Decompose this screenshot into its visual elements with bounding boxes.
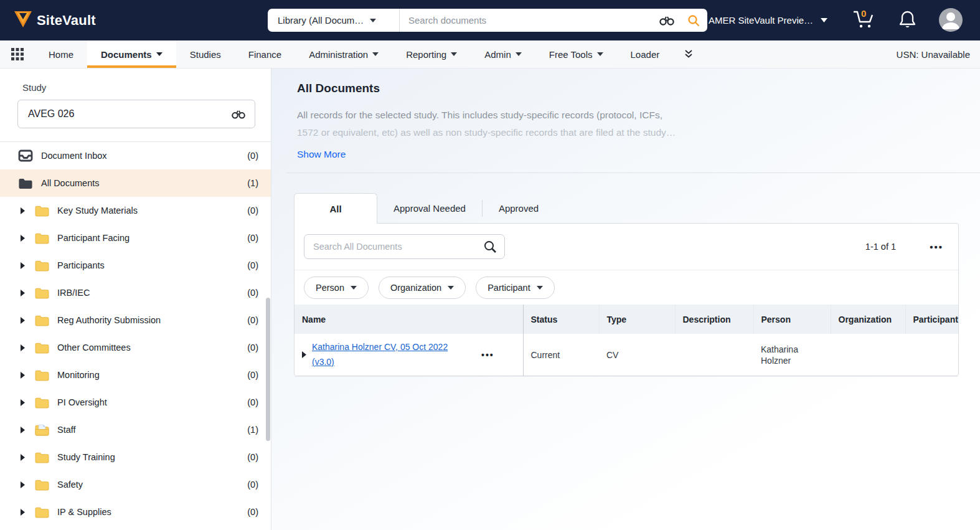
folder-count: (0) <box>247 206 258 215</box>
column-header-participant[interactable]: Participant <box>905 305 958 334</box>
chevron-right-icon[interactable] <box>19 235 26 242</box>
sidebar-folder-ip-supplies[interactable]: IP & Supplies (0) <box>0 498 271 526</box>
chevron-down-icon <box>451 52 457 56</box>
filter-person-dropdown[interactable]: Person <box>304 277 369 299</box>
study-selector-field <box>17 100 255 128</box>
sidebar-folder-key-study-materials[interactable]: Key Study Materials (0) <box>0 197 271 224</box>
column-header-type[interactable]: Type <box>599 305 675 334</box>
tab-approved[interactable]: Approved <box>483 193 555 224</box>
nav-item-free-tools[interactable]: Free Tools <box>535 40 617 68</box>
sidebar-folder-staff[interactable]: Staff (1) <box>0 416 271 443</box>
sidebar-folder-safety[interactable]: Safety (0) <box>0 471 271 498</box>
vault-selector-dropdown[interactable]: AMER SiteVault Previe… <box>709 0 837 40</box>
column-header-status[interactable]: Status <box>523 305 599 334</box>
page-description-line1: All records for the selected study. This… <box>297 110 662 121</box>
sidebar-folder-study-training[interactable]: Study Training (0) <box>0 443 271 471</box>
column-header-organization[interactable]: Organization <box>831 305 905 334</box>
sidebar-folder-monitoring[interactable]: Monitoring (0) <box>0 361 271 389</box>
chevron-down-icon <box>516 52 522 56</box>
sidebar-item-all-documents[interactable]: All Documents (1) <box>0 169 271 197</box>
chevron-right-icon[interactable] <box>19 317 26 324</box>
search-icon[interactable] <box>680 9 707 32</box>
panel-actions-menu[interactable]: ••• <box>930 242 943 252</box>
folder-count: (0) <box>247 480 258 490</box>
tab-all[interactable]: All <box>294 193 377 224</box>
sidebar-folder-pi-oversight[interactable]: PI Oversight (0) <box>0 389 271 416</box>
documents-panel: 1-1 of 1 ••• Person Organization Partici… <box>294 223 959 376</box>
filter-participant-dropdown[interactable]: Participant <box>476 277 555 299</box>
chevron-right-icon[interactable] <box>19 399 26 406</box>
chevron-right-icon[interactable] <box>19 372 26 379</box>
folder-count: (0) <box>247 343 258 353</box>
filter-label: Participant <box>488 283 530 293</box>
folder-count: (0) <box>247 397 258 407</box>
notifications-bell-icon[interactable] <box>899 10 916 32</box>
sitevault-logo[interactable]: SiteVault <box>14 0 96 40</box>
expand-row-chevron-icon[interactable] <box>302 350 307 360</box>
column-header-description[interactable]: Description <box>675 305 753 334</box>
chevron-right-icon[interactable] <box>19 481 26 488</box>
chevron-right-icon[interactable] <box>19 262 26 269</box>
folder-icon <box>34 479 49 491</box>
sidebar-scrollbar[interactable] <box>266 298 270 441</box>
nav-item-home[interactable]: Home <box>35 40 87 68</box>
sidebar-folder-participants[interactable]: Participants (0) <box>0 252 271 279</box>
nav-item-admin[interactable]: Admin <box>471 40 535 68</box>
vault-selector-value: AMER SiteVault Previe… <box>709 15 813 26</box>
chevron-right-icon[interactable] <box>19 454 26 461</box>
nav-item-documents[interactable]: Documents <box>87 40 176 68</box>
document-tree-sidebar: Study Document Inbox (0) <box>0 69 271 530</box>
search-scope-dropdown[interactable]: Library (All Docum… <box>268 9 400 32</box>
sidebar-item-label: All Documents <box>41 178 99 188</box>
document-link[interactable]: Katharina Holzner CV, 05 Oct 2022 (v3.0) <box>312 340 460 370</box>
user-avatar[interactable] <box>939 8 963 32</box>
filter-organization-dropdown[interactable]: Organization <box>379 277 466 299</box>
documents-search-input[interactable] <box>304 242 483 252</box>
folder-count: (0) <box>247 370 258 380</box>
study-field-label: Study <box>22 82 46 93</box>
column-header-person[interactable]: Person <box>753 305 831 334</box>
nav-item-studies[interactable]: Studies <box>176 40 235 68</box>
chevron-right-icon[interactable] <box>19 344 26 351</box>
sidebar-folder-reg-authority-submission[interactable]: Reg Authority Submission (0) <box>0 306 271 334</box>
folder-count: (0) <box>247 233 258 243</box>
sidebar-folder-irb-iec[interactable]: IRB/IEC (0) <box>0 279 271 306</box>
chevron-right-icon[interactable] <box>19 290 26 296</box>
top-header-bar: SiteVault Library (All Docum… AMER SiteV… <box>0 0 980 40</box>
binoculars-icon[interactable] <box>659 9 680 32</box>
nav-item-finance[interactable]: Finance <box>235 40 295 68</box>
nav-item-reporting[interactable]: Reporting <box>392 40 471 68</box>
global-search-input[interactable] <box>400 15 659 26</box>
study-input[interactable] <box>18 108 231 120</box>
sidebar-item-document-inbox[interactable]: Document Inbox (0) <box>0 142 271 169</box>
binoculars-icon[interactable] <box>231 100 255 128</box>
cell-person: Katharina Holzner <box>753 334 831 376</box>
folder-icon <box>34 287 49 299</box>
folder-label: PI Oversight <box>57 397 107 407</box>
folder-icon <box>34 452 49 463</box>
nav-overflow-double-chevron-icon[interactable] <box>673 40 704 68</box>
column-header-name[interactable]: Name <box>294 305 523 334</box>
row-actions-menu[interactable]: ••• <box>481 350 494 360</box>
panel-search-field <box>304 234 505 259</box>
folder-icon <box>34 342 49 354</box>
nav-item-loader[interactable]: Loader <box>617 40 674 68</box>
sidebar-folder-other-committees[interactable]: Other Committees (0) <box>0 334 271 361</box>
chevron-right-icon[interactable] <box>19 207 26 214</box>
sidebar-folder-participant-facing[interactable]: Participant Facing (0) <box>0 224 271 252</box>
folder-label: Other Committees <box>57 343 131 353</box>
folder-count: (0) <box>247 507 258 517</box>
show-more-link[interactable]: Show More <box>297 149 346 160</box>
cart-button[interactable]: 0 <box>851 9 879 32</box>
folder-icon <box>34 315 49 326</box>
table-header-row: Name Status Type Description Person Orga… <box>294 305 958 334</box>
chevron-down-icon <box>448 286 454 290</box>
nav-item-administration[interactable]: Administration <box>295 40 392 68</box>
chevron-right-icon[interactable] <box>19 509 26 516</box>
tab-approval-needed[interactable]: Approval Needed <box>377 193 482 224</box>
search-icon[interactable] <box>483 235 504 258</box>
folder-label: IP & Supplies <box>57 507 111 517</box>
document-tabs: All Approval Needed Approved <box>294 193 555 224</box>
chevron-right-icon[interactable] <box>19 427 26 433</box>
app-launcher-grid-icon[interactable] <box>0 40 35 68</box>
